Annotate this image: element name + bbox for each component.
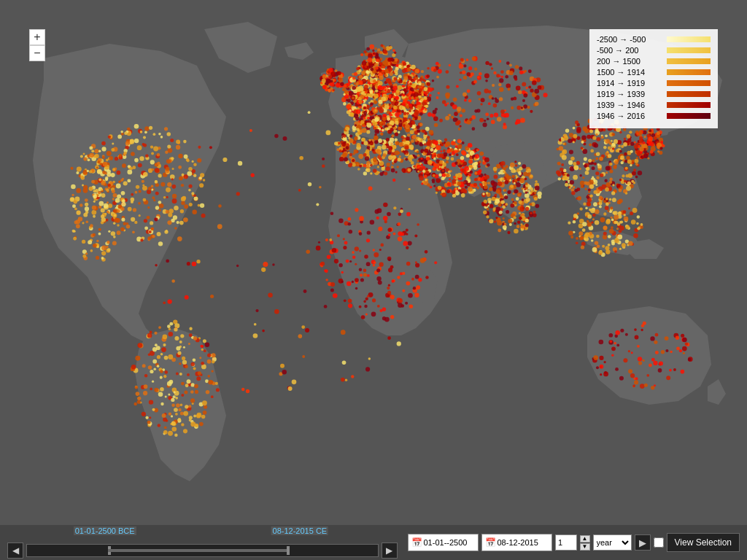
calendar-icon-start: 📅 [411, 537, 422, 548]
slider-range [108, 549, 287, 552]
step-down-button[interactable]: ▼ [580, 543, 590, 551]
legend-item-2: -500 → 200 [597, 46, 711, 55]
legend-item-7: 1939 → 1946 [597, 101, 711, 109]
legend-label-5: 1914 → 1919 [597, 79, 662, 88]
start-date-input[interactable]: 📅 01-01--2500 [408, 534, 479, 551]
slider-start-label: 01-01-2500 BCE [74, 526, 136, 535]
slider-end-label: 08-12-2015 CE [271, 526, 329, 535]
legend-bar-5 [667, 80, 711, 86]
end-date-value: 08-12-2015 [498, 538, 549, 547]
slider-left-button[interactable]: ◀ [7, 542, 23, 559]
legend-item-5: 1914 → 1919 [597, 79, 711, 88]
end-date-input[interactable]: 📅 08-12-2015 [481, 534, 552, 551]
legend-bar-2 [667, 47, 711, 53]
legend-label-7: 1939 → 1946 [597, 101, 662, 109]
legend-label-1: -2500 → -500 [597, 35, 662, 44]
step-input[interactable] [555, 534, 577, 551]
legend-bar-7 [667, 102, 711, 108]
legend-bar-8 [667, 113, 711, 119]
unit-select[interactable]: year month day [593, 534, 632, 551]
legend-item-4: 1500 → 1914 [597, 68, 711, 77]
play-button[interactable]: ▶ [635, 534, 651, 551]
legend-label-8: 1946 → 2016 [597, 112, 662, 120]
legend-item-3: 200 → 1500 [597, 57, 711, 66]
legend-bar-6 [667, 91, 711, 97]
legend-label-2: -500 → 200 [597, 46, 662, 55]
legend: -2500 → -500 -500 → 200 200 → 1500 1500 … [589, 29, 718, 128]
legend-label-3: 200 → 1500 [597, 57, 662, 66]
slider-handle-end[interactable] [287, 546, 290, 555]
legend-item-6: 1919 → 1939 [597, 90, 711, 98]
step-spinner[interactable]: ▲ ▼ [580, 535, 590, 551]
legend-bar-4 [667, 69, 711, 75]
legend-label-4: 1500 → 1914 [597, 68, 662, 77]
zoom-controls: + − [29, 29, 45, 61]
map-container: + − -2500 → -500 -500 → 200 200 → 1500 1… [0, 0, 747, 525]
zoom-out-button[interactable]: − [29, 45, 45, 61]
loop-checkbox[interactable] [654, 537, 664, 548]
view-selection-button[interactable]: View Selection [667, 533, 740, 552]
legend-item-1: -2500 → -500 [597, 35, 711, 44]
legend-label-6: 1919 → 1939 [597, 90, 662, 98]
bottom-controls-bar: 01-01-2500 BCE 08-12-2015 CE ◀ ▶ 📅 01-01… [0, 525, 747, 560]
legend-bar-1 [667, 36, 711, 42]
legend-bar-3 [667, 58, 711, 64]
step-up-button[interactable]: ▲ [580, 535, 590, 542]
zoom-in-button[interactable]: + [29, 29, 45, 45]
start-date-value: 01-01--2500 [424, 538, 475, 547]
legend-item-8: 1946 → 2016 [597, 112, 711, 120]
slider-track[interactable] [26, 544, 379, 557]
calendar-icon-end: 📅 [485, 537, 496, 548]
slider-right-button[interactable]: ▶ [382, 542, 398, 559]
